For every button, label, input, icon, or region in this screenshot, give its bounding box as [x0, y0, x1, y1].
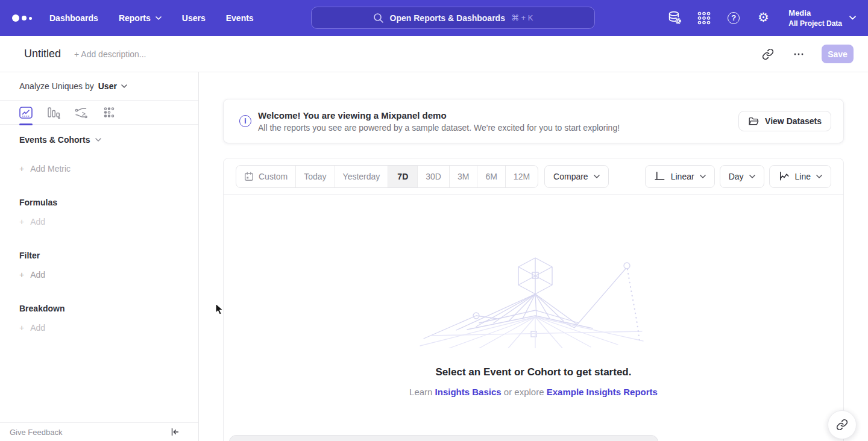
tab-retention[interactable]: [102, 101, 116, 125]
top-nav: Dashboards Reports Users Events Open Rep…: [0, 0, 868, 36]
info-icon: i: [239, 115, 251, 127]
metric-type-tabs: [0, 101, 198, 125]
range-label: 3M: [458, 172, 469, 181]
empty-state-learn-line: Learn Insights Basics or explore Example…: [409, 387, 658, 397]
report-card: Custom Today Yesterday 7D 30D 3M 6M 12M …: [223, 158, 844, 441]
line-chart-icon: [778, 170, 790, 182]
apps-grid-icon: [697, 11, 711, 25]
tab-flow[interactable]: [75, 101, 88, 125]
empty-state-illustration: [419, 257, 648, 348]
info-glyph: i: [244, 117, 246, 125]
granularity-dropdown[interactable]: Day: [720, 165, 764, 188]
analyze-row: Analyze Uniques by User: [0, 72, 198, 101]
filter-label: Filter: [19, 251, 40, 260]
analyze-unit-value: User: [98, 81, 117, 91]
breakdown-label: Breakdown: [19, 304, 64, 313]
nav-events[interactable]: Events: [226, 13, 254, 23]
range-7d-selected[interactable]: 7D: [388, 166, 417, 187]
line-chart-tab-icon: [19, 107, 33, 119]
add-breakdown-button[interactable]: + Add: [19, 323, 45, 333]
nav-users-label: Users: [182, 13, 206, 23]
share-link-fab[interactable]: [828, 410, 857, 439]
granularity-label: Day: [729, 172, 744, 181]
report-title[interactable]: Untitled: [24, 48, 61, 60]
chevron-down-icon: [95, 138, 101, 142]
report-header: Untitled + Add description... Save: [0, 36, 868, 72]
database-gear-icon: [667, 10, 682, 25]
range-label: 6M: [485, 172, 497, 181]
add-filter-label: Add: [30, 270, 45, 280]
chevron-down-icon: [121, 84, 127, 88]
chevron-down-icon: [816, 175, 822, 178]
nav-reports[interactable]: Reports: [119, 13, 162, 23]
analyze-unit-dropdown[interactable]: User: [98, 81, 127, 91]
nav-dashboards-label: Dashboards: [49, 13, 98, 23]
learn-middle: or explore: [504, 387, 544, 397]
mixpanel-logo[interactable]: [12, 14, 39, 22]
calendar-icon: [244, 172, 254, 181]
report-actions: Save: [760, 45, 854, 63]
linear-axis-icon: [654, 170, 665, 182]
report-description-placeholder[interactable]: + Add description...: [74, 49, 146, 59]
nav-dashboards[interactable]: Dashboards: [49, 13, 98, 23]
range-6m[interactable]: 6M: [477, 166, 505, 187]
sidebar-footer: Give Feedback: [0, 422, 198, 441]
analyze-prefix-label: Analyze Uniques by: [19, 81, 94, 91]
formulas-header: Formulas: [19, 198, 57, 207]
add-filter-button[interactable]: + Add: [19, 270, 45, 280]
give-feedback-link[interactable]: Give Feedback: [10, 428, 62, 437]
add-metric-button[interactable]: + Add Metric: [19, 164, 71, 174]
view-datasets-button[interactable]: View Datasets: [738, 111, 831, 131]
filter-header: Filter: [19, 251, 40, 260]
scale-label: Linear: [671, 172, 694, 181]
copy-link-button[interactable]: [760, 46, 776, 62]
insights-basics-link[interactable]: Insights Basics: [435, 387, 502, 397]
collapse-left-icon: [169, 427, 180, 437]
range-yesterday[interactable]: Yesterday: [335, 166, 388, 187]
plus-icon: +: [19, 323, 24, 333]
date-range-segmented-control: Custom Today Yesterday 7D 30D 3M 6M 12M: [236, 165, 538, 188]
tab-insights-linechart[interactable]: [19, 101, 33, 125]
retention-tab-icon: [102, 107, 116, 119]
range-today[interactable]: Today: [295, 166, 334, 187]
flow-tab-icon: [75, 107, 88, 119]
add-formula-button[interactable]: + Add: [19, 217, 45, 227]
help-button[interactable]: ?: [726, 10, 741, 26]
collapse-sidebar-button[interactable]: [167, 424, 183, 440]
range-3m[interactable]: 3M: [449, 166, 477, 187]
global-search[interactable]: Open Reports & Dashboards ⌘ + K: [311, 7, 595, 29]
range-custom-label: Custom: [259, 172, 288, 181]
range-custom[interactable]: Custom: [236, 166, 295, 187]
range-30d[interactable]: 30D: [417, 166, 449, 187]
empty-state: Select an Event or Cohort to get started…: [224, 195, 843, 397]
data-management-button[interactable]: [667, 10, 682, 26]
events-cohorts-header[interactable]: Events & Cohorts: [19, 135, 101, 145]
link-icon: [762, 48, 774, 60]
tab-bar-chart[interactable]: [47, 101, 60, 125]
compare-dropdown[interactable]: Compare: [544, 165, 609, 188]
chart-controls: Linear Day Line: [645, 165, 831, 188]
breakdown-header: Breakdown: [19, 304, 64, 313]
content: Analyze Uniques by User: [0, 72, 868, 441]
project-selector[interactable]: Media All Project Data: [788, 8, 856, 28]
bottom-panel-handle[interactable]: [229, 435, 658, 441]
project-scope: All Project Data: [788, 19, 842, 28]
nav-reports-label: Reports: [119, 13, 151, 23]
plus-icon: +: [19, 217, 24, 227]
chart-type-dropdown[interactable]: Line: [769, 165, 831, 188]
nav-users[interactable]: Users: [182, 13, 206, 23]
search-placeholder: Open Reports & Dashboards: [390, 13, 505, 23]
chevron-down-icon: [700, 175, 706, 178]
plus-icon: +: [19, 270, 24, 280]
project-name: Media: [788, 8, 842, 19]
banner-title: Welcome! You are viewing a Mixpanel demo: [258, 110, 620, 120]
scale-dropdown[interactable]: Linear: [645, 165, 715, 188]
more-options-button[interactable]: [791, 46, 807, 62]
apps-grid-button[interactable]: [696, 10, 712, 26]
settings-button[interactable]: ⚙: [755, 10, 771, 26]
chevron-down-icon: [594, 175, 600, 178]
range-12m[interactable]: 12M: [505, 166, 538, 187]
example-reports-link[interactable]: Example Insights Reports: [547, 387, 658, 397]
save-button[interactable]: Save: [822, 45, 854, 63]
banner-subtitle: All the reports you see are powered by a…: [258, 123, 620, 133]
